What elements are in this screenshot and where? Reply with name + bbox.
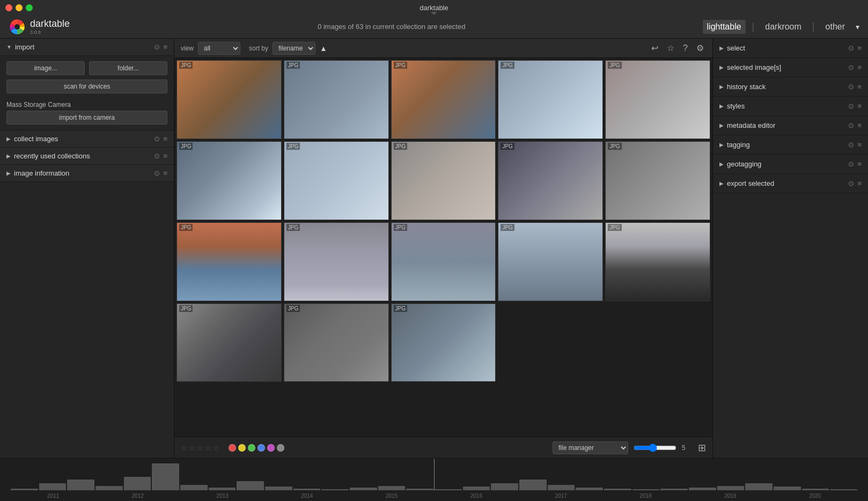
right-menu-export_selected[interactable]: ≡ <box>857 179 862 187</box>
image-thumb-2[interactable]: JPG <box>284 60 389 139</box>
star-5[interactable]: ☆ <box>213 444 220 452</box>
import-from-camera-button[interactable]: import from camera <box>6 111 167 125</box>
image-thumb-7[interactable]: JPG <box>284 141 389 220</box>
image-information-icons: ⊙ ≡ <box>154 169 167 177</box>
red-color-dot[interactable] <box>229 444 236 452</box>
image-info-menu-icon[interactable]: ≡ <box>163 169 167 177</box>
grid-layout-icon[interactable]: ⊞ <box>698 442 706 454</box>
right-menu-geotagging[interactable]: ≡ <box>857 160 862 168</box>
view-filter-select[interactable]: all selected rejected <box>198 42 240 55</box>
image-label-7: JPG <box>286 143 300 150</box>
sort-by-select[interactable]: filename date rating <box>273 42 315 55</box>
right-section-left-select: ▶ select <box>719 44 745 52</box>
close-button[interactable] <box>5 4 12 11</box>
view-dropdown-button[interactable]: ▾ <box>856 23 859 31</box>
star-icon-button[interactable]: ☆ <box>665 42 676 54</box>
image-thumb-17[interactable]: JPG <box>284 303 389 382</box>
timeline-bar-18 <box>519 480 547 490</box>
lighttable-view-button[interactable]: lighttable <box>703 20 746 34</box>
right-menu-history_stack[interactable]: ≡ <box>857 83 862 91</box>
image-label-8: JPG <box>394 143 407 150</box>
star-3[interactable]: ☆ <box>197 444 204 452</box>
image-placeholder-17 <box>284 304 388 382</box>
recently-reset-icon[interactable]: ⊙ <box>154 152 160 160</box>
purple-color-dot[interactable] <box>267 444 275 452</box>
image-import-button[interactable]: image... <box>6 61 85 75</box>
import-section-header[interactable]: ▼ import ⊙ ≡ <box>0 39 174 56</box>
image-thumb-10[interactable]: JPG <box>605 141 710 220</box>
timeline-label-2014: 2014 <box>301 493 313 499</box>
right-section-tagging[interactable]: ▶ tagging ⊙ ≡ <box>713 135 868 155</box>
collect-reset-icon[interactable]: ⊙ <box>154 135 160 143</box>
right-reset-tagging[interactable]: ⊙ <box>848 141 854 149</box>
right-reset-styles[interactable]: ⊙ <box>848 102 854 110</box>
right-reset-export_selected[interactable]: ⊙ <box>848 179 854 187</box>
image-thumb-11[interactable]: JPG <box>176 222 282 301</box>
blue-color-dot[interactable] <box>258 444 265 452</box>
image-info-reset-icon[interactable]: ⊙ <box>154 169 160 177</box>
import-menu-icon[interactable]: ≡ <box>163 43 167 51</box>
sort-direction-button[interactable]: ▲ <box>320 44 327 53</box>
image-thumb-1[interactable]: JPG <box>176 60 282 139</box>
image-thumb-3[interactable]: JPG <box>391 60 496 139</box>
darkroom-view-button[interactable]: darkroom <box>761 20 806 34</box>
timeline-bar-15 <box>435 489 462 490</box>
image-information-header[interactable]: ▶ image information ⊙ ≡ <box>0 165 174 182</box>
yellow-color-dot[interactable] <box>238 444 246 452</box>
right-section-export_selected[interactable]: ▶ export selected ⊙ ≡ <box>713 174 868 193</box>
maximize-button[interactable] <box>26 4 33 11</box>
other-view-button[interactable]: other <box>821 20 849 34</box>
right-menu-select[interactable]: ≡ <box>857 44 862 52</box>
image-thumb-14[interactable]: JPG <box>498 222 603 301</box>
minimize-button[interactable] <box>16 4 23 11</box>
right-section-selected_images[interactable]: ▶ selected image[s] ⊙ ≡ <box>713 58 868 77</box>
image-thumb-13[interactable]: JPG <box>391 222 496 301</box>
image-placeholder-1 <box>177 61 281 139</box>
star-2[interactable]: ☆ <box>189 444 196 452</box>
right-title-geotagging: geotagging <box>727 160 761 168</box>
content-wrapper: view all selected rejected sort by filen… <box>174 39 712 458</box>
help-icon-button[interactable]: ? <box>681 42 690 54</box>
gray-color-dot[interactable] <box>277 444 284 452</box>
right-reset-metadata_editor[interactable]: ⊙ <box>848 121 854 129</box>
star-4[interactable]: ☆ <box>205 444 212 452</box>
image-thumb-16[interactable]: JPG <box>176 303 282 382</box>
timeline-bar-0 <box>11 489 38 490</box>
image-thumb-5[interactable]: JPG <box>605 60 710 139</box>
scan-devices-button[interactable]: scan for devices <box>6 79 167 93</box>
settings-icon-button[interactable]: ⚙ <box>694 42 706 54</box>
image-thumb-18[interactable]: JPG <box>391 303 496 382</box>
image-thumb-4[interactable]: JPG <box>498 60 603 139</box>
image-thumb-9[interactable]: JPG <box>498 141 603 220</box>
folder-import-button[interactable]: folder... <box>89 61 167 75</box>
image-placeholder-4 <box>498 61 602 139</box>
undo-icon-button[interactable]: ↩ <box>649 42 660 54</box>
recently-used-header[interactable]: ▶ recently used collections ⊙ ≡ <box>0 148 174 165</box>
green-color-dot[interactable] <box>248 444 255 452</box>
image-label-16: JPG <box>179 305 193 312</box>
right-section-styles[interactable]: ▶ styles ⊙ ≡ <box>713 97 868 116</box>
right-menu-metadata_editor[interactable]: ≡ <box>857 121 862 129</box>
right-menu-styles[interactable]: ≡ <box>857 102 862 110</box>
star-1[interactable]: ☆ <box>181 444 188 452</box>
image-thumb-12[interactable]: JPG <box>284 222 389 301</box>
right-section-geotagging[interactable]: ▶ geotagging ⊙ ≡ <box>713 155 868 174</box>
zoom-slider[interactable] <box>634 444 676 452</box>
recently-menu-icon[interactable]: ≡ <box>163 152 167 160</box>
right-menu-tagging[interactable]: ≡ <box>857 141 862 149</box>
view-mode-select[interactable]: file managerzoomable light tableculling <box>553 441 628 454</box>
right-menu-selected_images[interactable]: ≡ <box>857 63 862 71</box>
right-section-history_stack[interactable]: ▶ history stack ⊙ ≡ <box>713 77 868 97</box>
collect-menu-icon[interactable]: ≡ <box>163 135 167 143</box>
right-reset-history_stack[interactable]: ⊙ <box>848 83 854 91</box>
collect-images-header[interactable]: ▶ collect images ⊙ ≡ <box>0 130 174 148</box>
image-thumb-6[interactable]: JPG <box>176 141 282 220</box>
right-reset-geotagging[interactable]: ⊙ <box>848 160 854 168</box>
image-thumb-15[interactable]: JPG <box>605 222 710 301</box>
right-section-metadata_editor[interactable]: ▶ metadata editor ⊙ ≡ <box>713 116 868 135</box>
image-thumb-8[interactable]: JPG <box>391 141 496 220</box>
import-reset-icon[interactable]: ⊙ <box>154 43 160 51</box>
right-reset-select[interactable]: ⊙ <box>848 44 854 52</box>
right-reset-selected_images[interactable]: ⊙ <box>848 63 854 71</box>
right-section-select[interactable]: ▶ select ⊙ ≡ <box>713 39 868 58</box>
